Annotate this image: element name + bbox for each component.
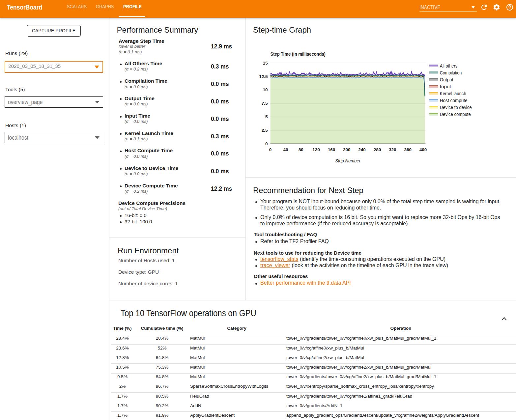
svg-text:400: 400 [419,147,427,152]
svg-text:Kernel launch: Kernel launch [440,91,466,96]
svg-text:0: 0 [265,141,268,146]
svg-text:15: 15 [263,61,268,66]
svg-text:120: 120 [312,147,320,152]
svg-text:7.5: 7.5 [262,101,268,106]
svg-text:240: 240 [358,147,366,152]
svg-text:200: 200 [343,147,351,152]
svg-text:Output: Output [440,77,453,82]
svg-text:320: 320 [389,147,396,152]
svg-text:10: 10 [263,87,268,92]
svg-text:0: 0 [269,147,272,152]
svg-text:Compilation: Compilation [440,70,462,75]
svg-text:Input: Input [440,84,451,89]
svg-text:80: 80 [299,147,303,152]
svg-text:5: 5 [265,114,268,119]
svg-text:All others: All others [440,63,457,69]
svg-text:Host compute: Host compute [440,98,468,103]
svg-text:160: 160 [328,147,335,152]
svg-text:40: 40 [283,147,288,152]
svg-text:Step Number: Step Number [335,158,361,163]
svg-text:Step Time (in milliseconds): Step Time (in milliseconds) [271,51,326,57]
svg-text:Device to device: Device to device [440,105,472,110]
svg-text:280: 280 [374,147,381,152]
svg-text:360: 360 [404,147,412,152]
svg-text:12.5: 12.5 [259,74,268,79]
svg-text:Device compute: Device compute [440,112,471,117]
svg-text:2.5: 2.5 [262,128,268,133]
